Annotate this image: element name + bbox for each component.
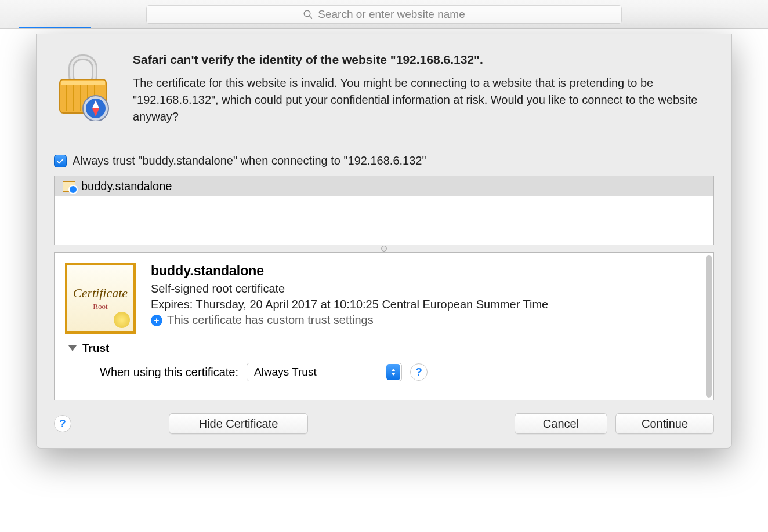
certificate-trust-status: This certificate has custom trust settin… [167, 314, 374, 327]
certificate-detail-panel: Certificate Root buddy.standalone Self-s… [54, 252, 714, 400]
certificate-icon [63, 181, 75, 192]
lock-safari-icon [54, 52, 112, 125]
cancel-button[interactable]: Cancel [515, 413, 607, 434]
certificate-expiry: Expires: Thursday, 20 April 2017 at 10:1… [151, 298, 703, 311]
svg-line-1 [310, 16, 313, 19]
svg-rect-5 [61, 81, 105, 85]
continue-button[interactable]: Continue [615, 413, 714, 434]
trust-disclosure[interactable]: Trust [68, 342, 703, 355]
plus-badge-icon: + [151, 315, 162, 326]
dialog-help-button[interactable]: ? [54, 415, 71, 432]
search-icon [303, 9, 313, 20]
svg-point-0 [305, 10, 311, 17]
always-trust-checkbox[interactable] [54, 155, 67, 167]
trust-when-label: When using this certificate: [100, 366, 238, 379]
chevron-down-icon [68, 345, 77, 351]
scrollbar[interactable] [706, 255, 712, 398]
certificate-type: Self-signed root certificate [151, 282, 703, 296]
certificate-large-icon: Certificate Root [65, 263, 136, 334]
page-load-progress [19, 27, 91, 28]
dialog-body-text: The certificate for this website is inva… [133, 75, 714, 125]
address-bar[interactable]: Search or enter website name [146, 5, 622, 24]
certificate-icon-label: Certificate [73, 286, 128, 301]
trust-policy-select[interactable]: Always Trust [247, 363, 402, 381]
certificate-warning-dialog: Safari can't verify the identity of the … [36, 34, 732, 449]
certificate-icon-sublabel: Root [93, 302, 107, 311]
certificate-chain-list[interactable]: buddy.standalone [54, 176, 714, 245]
certificate-list-item-label: buddy.standalone [81, 180, 172, 193]
dialog-title: Safari can't verify the identity of the … [133, 53, 714, 67]
certificate-name: buddy.standalone [151, 263, 703, 279]
trust-help-button[interactable]: ? [410, 363, 428, 381]
certificate-list-item[interactable]: buddy.standalone [55, 176, 713, 196]
split-handle[interactable] [54, 245, 714, 252]
browser-toolbar: Search or enter website name [0, 0, 768, 29]
trust-policy-value: Always Trust [254, 366, 317, 378]
seal-icon [114, 312, 130, 328]
always-trust-label: Always trust "buddy.standalone" when con… [73, 154, 426, 167]
select-stepper-icon [386, 364, 400, 380]
trust-section-label: Trust [82, 342, 109, 355]
checkmark-icon [56, 157, 64, 165]
address-placeholder: Search or enter website name [318, 8, 465, 21]
hide-certificate-button[interactable]: Hide Certificate [169, 413, 308, 434]
